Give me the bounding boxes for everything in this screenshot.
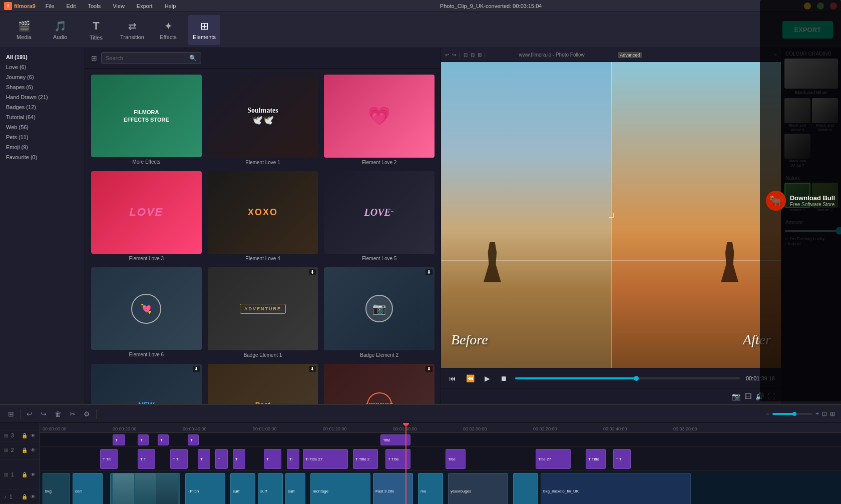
redo-btn[interactable]: ↪	[39, 408, 49, 420]
clip-t3-5[interactable]: Title	[380, 434, 410, 445]
element-card-new1[interactable]: NEW ⬇	[91, 364, 202, 404]
clip-t2-10[interactable]: T Title 2	[353, 449, 378, 469]
menu-edit[interactable]: Edit	[65, 2, 78, 10]
clip-v12[interactable]	[513, 473, 538, 504]
track3-eye[interactable]: 👁	[31, 433, 36, 438]
preview-undo[interactable]: ↩	[445, 52, 449, 58]
timeline-ruler[interactable]: 00:00:00:00 00:00:20:00 00:00:40:00 00:0…	[40, 423, 841, 433]
clip-t3-4[interactable]: T	[188, 434, 199, 445]
left-panel-handdrawn[interactable]: Hand Drawn (21)	[0, 92, 85, 102]
screenshot-icon[interactable]: 📷	[732, 392, 740, 400]
zoom-out-btn[interactable]: −	[766, 410, 769, 417]
timeline-end-icon[interactable]: ⊡	[822, 410, 827, 417]
left-panel-journey[interactable]: Journey (6)	[0, 72, 85, 82]
clip-t2-8[interactable]: Ti	[287, 449, 299, 469]
preview-grid2[interactable]: ⊞	[478, 52, 482, 58]
left-panel-tutorial[interactable]: Tutorial (64)	[0, 112, 85, 122]
element-card-new3[interactable]: APPROVED ⬇	[324, 364, 435, 404]
step-back-btn[interactable]: ⏪	[464, 372, 477, 384]
element-card-love1[interactable]: Soulmates 🕊️🕊️ Element Love 1	[208, 75, 318, 165]
track2-lock[interactable]: 🔒	[22, 447, 28, 453]
track3-lock[interactable]: 🔒	[22, 433, 28, 438]
left-panel-web[interactable]: Web (56)	[0, 122, 85, 132]
toolbar-transition[interactable]: ⇄ Transition	[116, 15, 148, 45]
clip-v10[interactable]: mo	[418, 473, 443, 504]
menu-file[interactable]: File	[44, 2, 57, 10]
clip-t3-2[interactable]: T	[138, 434, 149, 445]
left-panel-pets[interactable]: Pets (11)	[0, 132, 85, 142]
menu-help[interactable]: Help	[163, 2, 178, 10]
element-card-love6[interactable]: 💘 Element Love 6	[91, 267, 202, 358]
timeline-grid-icon[interactable]: ⊞	[830, 410, 835, 417]
toolbar-media[interactable]: 🎬 Media	[8, 15, 40, 45]
clip-t3-3[interactable]: T	[158, 434, 169, 445]
menu-tools[interactable]: Tools	[86, 2, 103, 10]
clip-v4[interactable]: · Pitch	[185, 473, 225, 504]
toolbar-titles[interactable]: T Titles	[80, 15, 112, 45]
clip-t2-12[interactable]: Title	[446, 449, 466, 469]
preview-split[interactable]: ⊟	[471, 52, 475, 58]
clip-t2-1[interactable]: T Titl	[100, 449, 118, 469]
preview-redo[interactable]: ↪	[452, 52, 456, 58]
skip-back-btn[interactable]: ⏮	[447, 372, 458, 384]
track2-eye[interactable]: 👁	[31, 447, 36, 453]
clip-v11[interactable]: yeuxrouges	[448, 473, 508, 504]
search-input[interactable]	[106, 55, 186, 61]
clip-t2-11[interactable]: T Title	[385, 449, 410, 469]
clip-v1[interactable]: bkg	[43, 473, 70, 504]
stop-btn[interactable]: ⏹	[498, 372, 509, 384]
toolbar-elements[interactable]: ⊞ Elements	[188, 15, 220, 45]
delete-btn[interactable]: 🗑	[53, 408, 64, 420]
clip-t2-2[interactable]: T T	[138, 449, 155, 469]
clip-t2-15[interactable]: T T	[613, 449, 631, 469]
clip-t2-9[interactable]: Ti Title 27	[303, 449, 348, 469]
toolbar-effects[interactable]: ✦ Effects	[152, 15, 184, 45]
clip-v13[interactable]: bkg_inoxdio_fin_UK	[541, 473, 691, 504]
clip-t3-1[interactable]: T	[113, 434, 125, 445]
clip-t2-6[interactable]: T	[233, 449, 245, 469]
element-card-badge2[interactable]: 📷 ⬇ Badge Element 2	[324, 267, 435, 358]
clip-v3[interactable]	[110, 473, 180, 504]
audio-track-lock[interactable]: 🔒	[22, 494, 28, 499]
clip-v7[interactable]: surf	[285, 473, 305, 504]
zoom-in-btn[interactable]: +	[815, 410, 819, 417]
track1-eye[interactable]: 👁	[31, 472, 36, 477]
element-card-badge1[interactable]: ADVENTURE ⬇ Badge Element 1	[208, 267, 318, 358]
element-card-love4[interactable]: XOXO Element Love 4	[208, 171, 318, 262]
element-card-love3[interactable]: LOVE Element Love 3	[91, 171, 202, 262]
add-track-btn[interactable]: ⊞	[6, 408, 16, 420]
audio-track-eye[interactable]: 👁	[31, 494, 36, 499]
menu-export[interactable]: Export	[135, 2, 155, 10]
play-btn[interactable]: ▶	[483, 372, 492, 384]
menu-view[interactable]: View	[111, 2, 127, 10]
cut-btn[interactable]: ✂	[68, 408, 78, 420]
clip-v9[interactable]: Fast 3.20x	[373, 473, 413, 504]
clip-t2-5[interactable]: T	[215, 449, 228, 469]
track1-lock[interactable]: 🔒	[22, 472, 28, 477]
element-card-love2[interactable]: 💗 Element Love 2	[324, 75, 435, 165]
film-strip-icon[interactable]: 🎞	[744, 392, 751, 400]
left-panel-emoji[interactable]: Emoji (9)	[0, 142, 85, 152]
zoom-slider[interactable]	[772, 413, 812, 415]
left-panel-favourite[interactable]: Favourite (0)	[0, 152, 85, 162]
adjust-btn[interactable]: ⚙	[82, 408, 92, 420]
clip-t2-4[interactable]: T	[198, 449, 210, 469]
left-panel-all[interactable]: All (191)	[0, 52, 85, 62]
preview-crop[interactable]: ⊡	[464, 52, 468, 58]
clip-v8[interactable]: montage	[310, 473, 370, 504]
element-card-store[interactable]: FILMORAEFFECTS STORE More Effects	[91, 75, 202, 165]
clip-v2[interactable]: corr	[73, 473, 103, 504]
clip-t2-14[interactable]: T Title	[586, 449, 606, 469]
clip-v5[interactable]: surf	[230, 473, 255, 504]
element-card-love5[interactable]: LOVE ~ Element Love 5	[324, 171, 435, 262]
toolbar-audio[interactable]: 🎵 Audio	[44, 15, 76, 45]
progress-bar[interactable]	[515, 377, 740, 379]
undo-btn[interactable]: ↩	[25, 408, 35, 420]
element-card-new2[interactable]: Best ⬇	[208, 364, 318, 404]
left-panel-love[interactable]: Love (6)	[0, 62, 85, 72]
clip-t2-3[interactable]: T T	[170, 449, 188, 469]
clip-t2-7[interactable]: T	[264, 449, 281, 469]
clip-v6[interactable]: surf	[258, 473, 283, 504]
left-panel-shapes[interactable]: Shapes (6)	[0, 82, 85, 92]
clip-t2-13[interactable]: Title 27	[536, 449, 571, 469]
